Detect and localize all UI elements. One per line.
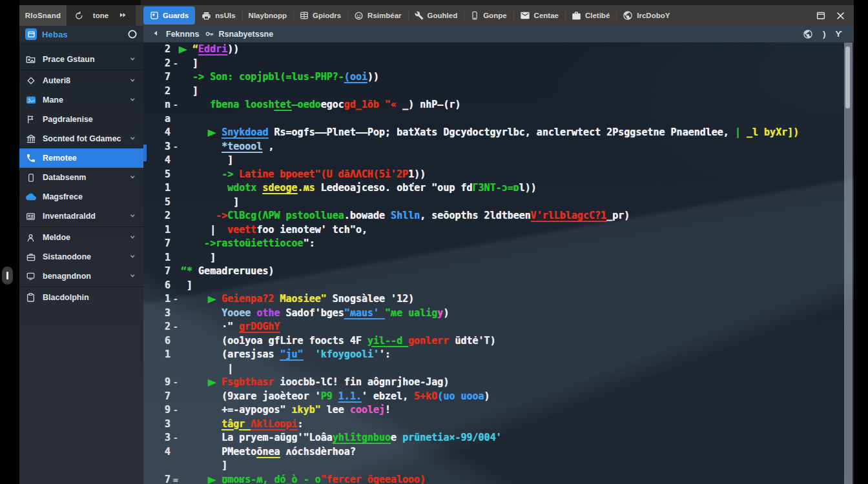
crescent-icon[interactable]: ) bbox=[823, 29, 826, 39]
code-line: 7“* Gemadreruues) bbox=[143, 265, 845, 279]
tab-label: nsUls bbox=[215, 12, 235, 19]
code-line: n-fbena looshtet—oedoegocgd_1ōb "« _) nh… bbox=[143, 98, 845, 112]
sidebar-item-blacdolphin[interactable]: Blacdolphin bbox=[19, 288, 143, 307]
code-text: ▶ ʊmoʁs-ʍ, dó_ò - o"fercer ögeealooo) bbox=[181, 473, 426, 484]
sidebar-item-sistanodone[interactable]: Sistanodone bbox=[19, 247, 143, 267]
back-circle-icon[interactable] bbox=[74, 11, 84, 21]
toolbar-tab-nsuls[interactable]: nsUls bbox=[195, 5, 242, 26]
line-number: 5 bbox=[143, 196, 170, 210]
sidebar-item-label: Blacdolphin bbox=[43, 293, 89, 302]
code-segment bbox=[304, 348, 315, 360]
code-line: 3Yooee othe Sadof'bges"ʍaus' "ʍe ualigy) bbox=[143, 307, 845, 321]
fold-marker bbox=[170, 334, 181, 348]
code-text: ->rastoũiettiocoe": bbox=[181, 237, 315, 251]
code-line: 9-▶ Fsgbthasr ioocbb-lC! fin aôgnrjhoe-J… bbox=[143, 376, 845, 390]
sidebar-item-label: Auteri8 bbox=[43, 76, 70, 85]
breadcrumb: FeknnnsRsnabyetssne)ϒ bbox=[143, 26, 854, 43]
toolbar-tab-guards[interactable]: Guards bbox=[143, 6, 195, 25]
fold-marker[interactable]: - bbox=[170, 403, 181, 418]
code-segment: üdtė'T) bbox=[455, 335, 495, 347]
chevron-down-icon bbox=[129, 55, 138, 64]
code-line: 2-·" grDOGhY bbox=[143, 320, 845, 334]
code-segment: Fsgbthasr bbox=[222, 376, 280, 388]
sidebar-item-label: Magsfrece bbox=[43, 192, 83, 201]
fold-marker[interactable]: - bbox=[170, 376, 181, 390]
code-line: 2▶ “Eddri)) bbox=[143, 43, 845, 57]
toolbar-tab-cletibé[interactable]: Cletibé bbox=[565, 5, 616, 26]
fold-marker[interactable]: - bbox=[170, 98, 181, 112]
fold-marker[interactable]: - bbox=[170, 320, 181, 334]
line-number: 2 bbox=[143, 85, 170, 99]
toolbar-tab-gouhled[interactable]: Gouhled bbox=[408, 5, 464, 26]
toolbar-tab-ircdoboy[interactable]: IrcDoboY bbox=[616, 5, 676, 26]
editor-scrollbar[interactable] bbox=[844, 43, 852, 484]
fold-marker bbox=[170, 279, 181, 293]
upsilon-icon[interactable]: ϒ bbox=[836, 29, 842, 39]
toolbar-tab-rsimbéar[interactable]: Rsimbéar bbox=[347, 5, 408, 26]
line-number: n bbox=[143, 98, 170, 112]
code-segment: : bbox=[298, 418, 304, 430]
run-arrow-icon: ▶ bbox=[208, 291, 225, 308]
chevron-down-icon bbox=[129, 77, 138, 85]
line-number: 9 bbox=[143, 376, 170, 390]
toolbar-tab-nlaybnopp[interactable]: Nlaybnopp bbox=[242, 5, 293, 26]
code-segment: Yooee bbox=[222, 307, 256, 319]
code-line: 2] bbox=[143, 85, 845, 99]
restore-icon[interactable] bbox=[816, 10, 826, 21]
circle-icon[interactable] bbox=[127, 29, 138, 39]
sidebar-header[interactable]: Hebas bbox=[19, 26, 143, 43]
globe-icon bbox=[623, 10, 633, 21]
sidebar-item-socnted-fot-gdamec[interactable]: Socnted fot Gdamec bbox=[19, 129, 143, 148]
toolbar-tab-gonpe[interactable]: Gonpe bbox=[464, 5, 513, 26]
breadcrumb-item[interactable]: Feknnns bbox=[166, 30, 199, 39]
line-number: 7 bbox=[143, 473, 170, 484]
line-number: 4 bbox=[143, 126, 170, 140]
code-segment: rastoũiettiocoe bbox=[216, 237, 303, 249]
fold-marker bbox=[170, 168, 181, 182]
code-text: tâgr ΛklLoɒpi: bbox=[181, 418, 304, 432]
scrollbar-thumb[interactable] bbox=[845, 46, 850, 108]
chevron-down-icon bbox=[129, 135, 138, 143]
sidebar-item-mane[interactable]: Mane bbox=[19, 90, 143, 110]
sidebar-item-databsenm[interactable]: Databsenm bbox=[19, 168, 143, 187]
sidebar-item-remotee[interactable]: Remotee bbox=[19, 148, 143, 168]
sidebar-item-benagndnon[interactable]: benagndnon bbox=[19, 267, 143, 286]
sidebar-item-prace-gstaun[interactable]: Prace Gstaun bbox=[19, 50, 143, 69]
sidebar-item-meldoe[interactable]: Meldoe bbox=[19, 228, 143, 247]
code-text: Yooee othe Sadof'bges"ʍaus' "ʍe ualigy) bbox=[181, 307, 449, 321]
code-text: PMeetoōnea ʌóchsdèrhoa? bbox=[181, 445, 356, 459]
code-text: ·" grDOGhY bbox=[181, 320, 280, 334]
close-icon[interactable] bbox=[836, 11, 845, 21]
code-editor[interactable]: 2▶ “Eddri))2-]7-> Son: copjpbl(=lus-PHP?… bbox=[143, 43, 854, 484]
sidebar-item-pagdralenise[interactable]: Pagdralenise bbox=[19, 110, 143, 129]
line-number bbox=[143, 362, 170, 376]
double-arrow-icon[interactable] bbox=[118, 12, 128, 20]
code-segment: , bbox=[262, 141, 274, 152]
top-strip-shadow bbox=[19, 0, 141, 5]
line-number: 1 bbox=[143, 348, 170, 362]
breadcrumb-icon[interactable] bbox=[152, 30, 160, 38]
code-segment: _l byXr]) bbox=[747, 126, 799, 138]
fold-marker[interactable]: - bbox=[170, 431, 181, 445]
fold-marker[interactable]: = bbox=[170, 473, 181, 484]
fold-marker bbox=[170, 126, 181, 140]
sidebar-item-auteri8[interactable]: Auteri8 bbox=[19, 71, 143, 90]
code-segment: Γ3NT-ɔ=ɒ bbox=[473, 182, 519, 194]
code-segment: ] bbox=[187, 279, 192, 291]
code-line: 2->ClBcg(ΛPW pstoolluea.bowade Shlln, se… bbox=[143, 209, 845, 223]
wrench-icon bbox=[415, 11, 424, 20]
sidebar-item-inventadraldd[interactable]: Inventadraldd bbox=[19, 207, 143, 226]
breadcrumb-item[interactable]: Rsnabyetssne bbox=[205, 29, 273, 39]
toolbar-tab-gpiodrs[interactable]: Gpiodrs bbox=[293, 5, 347, 26]
code-text: | veettfoo ienotew' tch"o, bbox=[181, 223, 367, 237]
edge-drawer-handle[interactable] bbox=[2, 267, 13, 285]
fold-marker[interactable]: - bbox=[170, 57, 181, 71]
code-segment: l)) bbox=[519, 182, 537, 194]
sidebar-item-magsfrece[interactable]: Magsfrece bbox=[19, 187, 143, 207]
fold-marker[interactable]: - bbox=[170, 292, 181, 307]
fold-marker bbox=[170, 307, 181, 321]
toolbar-tab-centae[interactable]: Centae bbox=[513, 5, 565, 26]
globe-icon[interactable] bbox=[803, 29, 813, 39]
fold-marker[interactable]: - bbox=[170, 140, 181, 154]
sidebar-item-label: Mane bbox=[43, 96, 63, 105]
